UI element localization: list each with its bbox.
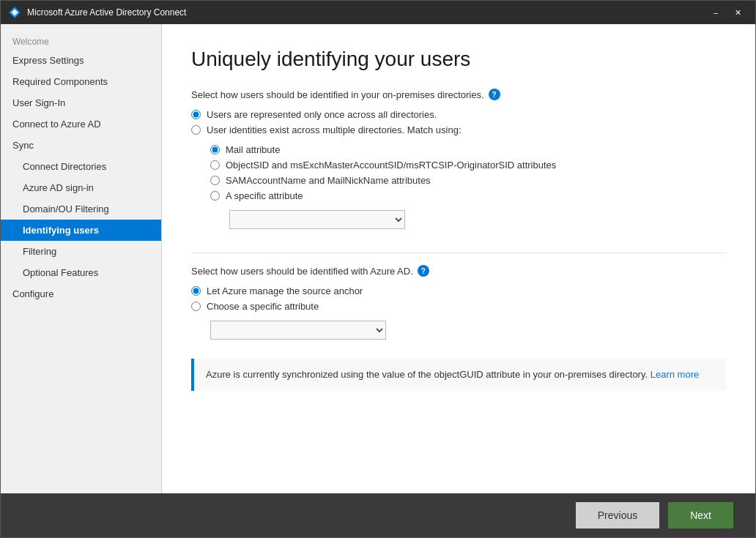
sidebar-item-filtering[interactable]: Filtering [1, 241, 161, 262]
sidebar-item-welcome: Welcome [1, 31, 161, 50]
label-objectsid[interactable]: ObjectSID and msExchMasterAccountSID/msR… [226, 160, 556, 171]
radio-objectsid[interactable] [210, 160, 220, 170]
sidebar-item-connect-directories[interactable]: Connect Directories [1, 156, 161, 177]
help-icon-section1[interactable]: ? [489, 89, 500, 100]
content-body: Uniquely identifying your users Select h… [162, 24, 755, 493]
radio-once-across[interactable] [191, 110, 201, 119]
page-title: Uniquely identifying your users [191, 48, 726, 71]
window-title: Microsoft Azure Active Directory Connect [27, 7, 705, 18]
dropdown-specific-attr[interactable] [229, 210, 405, 229]
label-mail-attr[interactable]: Mail attribute [226, 144, 280, 155]
label-once-across[interactable]: Users are represented only once across a… [207, 109, 437, 120]
radio-row-specific-attr: A specific attribute [210, 190, 726, 201]
sidebar-item-domain-ou-filtering[interactable]: Domain/OU Filtering [1, 198, 161, 220]
label-samaccount[interactable]: SAMAccountName and MailNickName attribut… [226, 175, 431, 186]
sidebar-item-required-components[interactable]: Required Components [1, 71, 161, 92]
radio-row-samaccount: SAMAccountName and MailNickName attribut… [210, 175, 726, 186]
radio-row-once-across: Users are represented only once across a… [191, 109, 726, 120]
section-divider [191, 253, 726, 253]
main-area: Welcome Express Settings Required Compon… [1, 24, 755, 493]
minimize-button[interactable]: – [705, 5, 726, 20]
radio-group-azure-anchor: Let Azure manage the source anchor Choos… [191, 285, 726, 344]
sidebar-item-optional-features[interactable]: Optional Features [1, 262, 161, 283]
azure-icon [8, 6, 21, 19]
radio-row-let-azure: Let Azure manage the source anchor [191, 285, 726, 296]
sidebar-item-azure-ad-sign-in[interactable]: Azure AD sign-in [1, 177, 161, 198]
radio-mail-attr[interactable] [210, 145, 220, 154]
label-let-azure[interactable]: Let Azure manage the source anchor [207, 285, 363, 296]
sidebar-item-sync: Sync [1, 135, 161, 156]
titlebar: Microsoft Azure Active Directory Connect… [1, 1, 755, 24]
radio-choose-specific[interactable] [191, 302, 201, 311]
radio-multiple-dirs[interactable] [191, 125, 201, 135]
sidebar-item-user-sign-in[interactable]: User Sign-In [1, 92, 161, 113]
label-specific-attr[interactable]: A specific attribute [226, 190, 303, 201]
sidebar-item-configure[interactable]: Configure [1, 283, 161, 305]
radio-row-multiple-dirs: User identities exist across multiple di… [191, 124, 726, 135]
sidebar: Welcome Express Settings Required Compon… [1, 24, 162, 493]
help-icon-section2[interactable]: ? [418, 265, 429, 277]
previous-button[interactable]: Previous [576, 502, 659, 528]
radio-group-identification: Users are represented only once across a… [191, 109, 726, 238]
content-area: Uniquely identifying your users Select h… [162, 24, 755, 493]
sidebar-item-express-settings[interactable]: Express Settings [1, 50, 161, 71]
radio-specific-attr[interactable] [210, 191, 220, 201]
section1-label: Select how users should be identified in… [191, 89, 726, 100]
close-button[interactable]: ✕ [727, 5, 748, 20]
sidebar-item-identifying-users[interactable]: Identifying users [1, 220, 161, 241]
dropdown-container-azure-anchor [210, 321, 726, 340]
radio-row-mail-attr: Mail attribute [210, 144, 726, 155]
label-multiple-dirs[interactable]: User identities exist across multiple di… [207, 124, 462, 135]
radio-row-choose-specific: Choose a specific attribute [191, 301, 726, 312]
window-controls: – ✕ [705, 5, 748, 20]
dropdown-container-specific [229, 210, 726, 229]
info-text: Azure is currently synchronized using th… [206, 369, 648, 380]
sidebar-item-connect-azure-ad[interactable]: Connect to Azure AD [1, 113, 161, 135]
app-window: Microsoft Azure Active Directory Connect… [0, 0, 756, 538]
dropdown-azure-anchor[interactable] [210, 321, 386, 340]
radio-samaccount[interactable] [210, 176, 220, 185]
radio-row-objectsid: ObjectSID and msExchMasterAccountSID/msR… [210, 160, 726, 171]
footer: Previous Next [1, 493, 755, 537]
radio-let-azure[interactable] [191, 286, 201, 296]
sub-radio-group-match: Mail attribute ObjectSID and msExchMaste… [210, 144, 726, 233]
section2-label: Select how users should be identified wi… [191, 265, 726, 277]
next-button[interactable]: Next [668, 502, 733, 528]
label-choose-specific[interactable]: Choose a specific attribute [207, 301, 319, 312]
info-box: Azure is currently synchronized using th… [191, 359, 726, 391]
learn-more-link[interactable]: Learn more [651, 369, 699, 380]
